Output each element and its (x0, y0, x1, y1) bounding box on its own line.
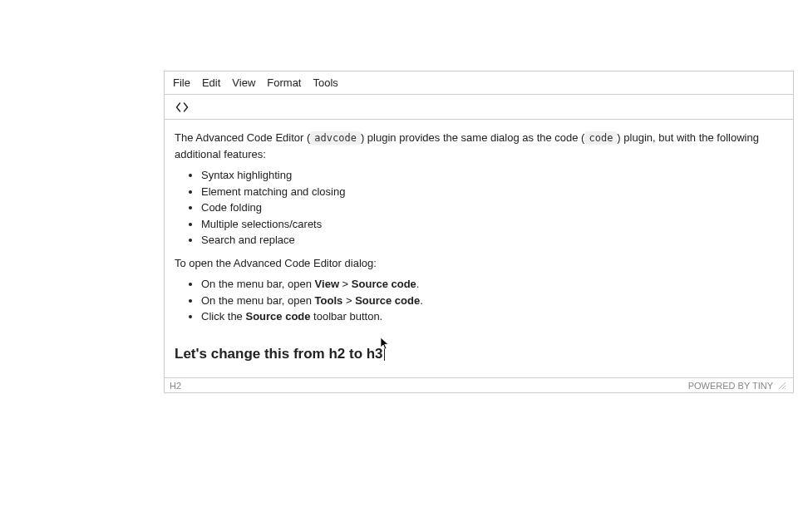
intro-paragraph: The Advanced Code Editor (advcode) plugi… (175, 130, 783, 162)
menu-tools[interactable]: Tools (313, 76, 337, 89)
list-item: Code folding (201, 200, 783, 216)
bold-text: Source code (352, 278, 416, 290)
code-advcode: advcode (310, 131, 361, 145)
editable-heading[interactable]: Let's change this from h2 to h3 (175, 343, 385, 365)
text: > (339, 278, 352, 290)
text: On the menu bar, open (201, 278, 315, 290)
list-item: Click the Source code toolbar button. (201, 308, 783, 325)
list-item: Multiple selections/carets (201, 216, 783, 233)
bold-text: Tools (315, 294, 343, 307)
text: The Advanced Code Editor ( (175, 131, 310, 144)
menu-file[interactable]: File (173, 76, 190, 89)
editor-container: File Edit View Format Tools The Advanced… (164, 71, 794, 393)
branding-label[interactable]: POWERED BY TINY (688, 381, 773, 391)
text: . (420, 294, 423, 307)
text: On the menu bar, open (201, 294, 315, 307)
menu-view[interactable]: View (232, 76, 255, 89)
element-path[interactable]: H2 (170, 381, 181, 391)
text-caret (384, 346, 385, 361)
menu-format[interactable]: Format (267, 76, 301, 89)
editor-content[interactable]: The Advanced Code Editor (advcode) plugi… (165, 120, 793, 377)
text: . (416, 278, 420, 290)
open-intro-paragraph: To open the Advanced Code Editor dialog: (175, 255, 783, 272)
menu-edit[interactable]: Edit (202, 76, 220, 89)
resize-handle-icon[interactable] (778, 382, 786, 390)
menu-bar: File Edit View Format Tools (165, 71, 793, 95)
heading-text: Let's change this from h2 to h3 (175, 346, 383, 362)
list-item: On the menu bar, open View > Source code… (201, 276, 783, 293)
bold-text: View (315, 278, 339, 290)
list-item: Element matching and closing (201, 184, 783, 200)
list-item: Search and replace (201, 232, 783, 249)
list-item: On the menu bar, open Tools > Source cod… (201, 293, 783, 309)
bold-text: Source code (355, 294, 420, 307)
text: ) plugin provides the same dialog as the… (361, 131, 585, 144)
bold-text: Source code (245, 310, 310, 323)
source-code-button[interactable] (171, 98, 193, 116)
code-code: code (584, 131, 617, 145)
list-item: Syntax highlighting (201, 167, 783, 184)
code-icon (175, 101, 189, 113)
toolbar (165, 95, 793, 120)
steps-list: On the menu bar, open View > Source code… (175, 276, 783, 325)
status-bar: H2 POWERED BY TINY (165, 377, 793, 392)
text: Click the (201, 310, 245, 323)
text: > (342, 294, 355, 307)
text: toolbar button. (311, 310, 383, 323)
features-list: Syntax highlighting Element matching and… (175, 167, 783, 249)
